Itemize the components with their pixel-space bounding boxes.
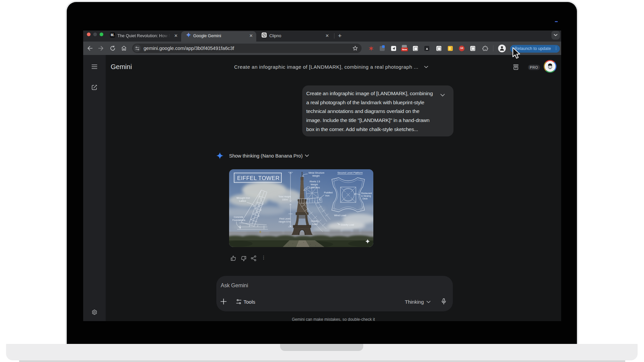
svg-text:Iron: Iron [325, 194, 329, 197]
svg-text:& Viewing: & Viewing [361, 195, 371, 197]
svg-text:Restaurant: Restaurant [361, 192, 372, 194]
svg-text:Gravity Load: Gravity Load [341, 224, 354, 226]
svg-text:Wrought Iron: Wrought Iron [236, 197, 250, 199]
svg-text:7,300 tons: 7,300 tons [309, 186, 320, 189]
svg-text:Weight: Weight [312, 175, 320, 177]
svg-text:First Level: First Level [279, 218, 290, 220]
svg-text:Wind Load: Wind Load [334, 214, 346, 217]
svg-text:Puddled: Puddled [324, 191, 333, 194]
svg-text:Weight: Weight [311, 183, 318, 186]
svg-text:EIFFEL TOWER: EIFFEL TOWER [237, 175, 280, 181]
svg-text:Concrete: Concrete [234, 216, 244, 218]
svg-text:330m: 330m [282, 198, 288, 201]
svg-text:Lattice: Lattice [239, 200, 246, 202]
svg-text:Gravity: Gravity [311, 220, 319, 223]
svg-text:Deck: Deck [363, 197, 368, 200]
svg-text:Rivets 2.5: Rivets 2.5 [310, 180, 320, 183]
svg-text:Load: Load [312, 223, 318, 225]
svg-text:Second Level Platform: Second Level Platform [337, 171, 363, 174]
svg-text:Height 57m: Height 57m [279, 221, 291, 223]
svg-text:Metal Structure: Metal Structure [309, 172, 325, 174]
svg-text:Foundations: Foundations [232, 219, 246, 221]
svg-text:Total Height: Total Height [278, 195, 291, 198]
